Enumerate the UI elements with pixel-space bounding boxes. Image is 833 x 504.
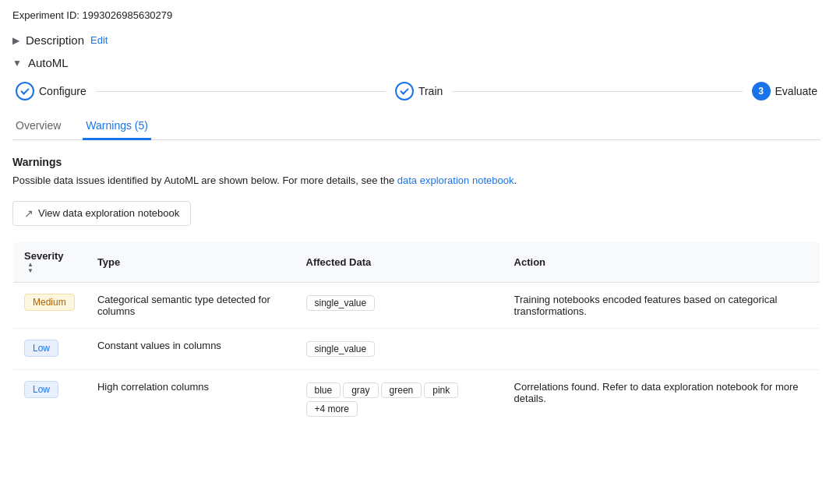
table-header-row: Severity ▲ ▼ Type Affected Data Action: [13, 241, 821, 283]
tabs-bar: Overview Warnings (5): [12, 113, 821, 140]
data-tag: pink: [424, 382, 458, 398]
step-configure: Configure: [16, 82, 86, 100]
type-cell: High correlation columns: [86, 370, 295, 430]
experiment-id-row: Experiment ID: 1993026985630279: [12, 9, 821, 21]
external-link-icon: ↗: [24, 207, 34, 220]
automl-section-header[interactable]: ▼ AutoML: [12, 56, 821, 69]
severity-cell: Medium: [13, 283, 86, 329]
severity-cell: Low: [13, 370, 86, 430]
action-cell: Correlations found. Refer to data explor…: [503, 370, 821, 430]
severity-badge: Low: [24, 381, 58, 398]
action-cell: Training notebooks encoded features base…: [503, 283, 821, 329]
stepper: Configure Train 3 Evaluate: [12, 82, 821, 100]
automl-title: AutoML: [28, 56, 69, 69]
data-tag: blue: [306, 382, 341, 398]
description-edit-link[interactable]: Edit: [90, 34, 108, 46]
experiment-id-label: Experiment ID:: [12, 9, 79, 21]
severity-badge: Low: [24, 340, 58, 357]
affected-data-cell: bluegraygreenpink+4 more: [295, 370, 503, 430]
step-line-1: [96, 91, 386, 92]
affected-data-cell: single_value: [295, 329, 503, 370]
warnings-title: Warnings: [12, 156, 821, 168]
evaluate-label: Evaluate: [775, 85, 817, 97]
step-evaluate: 3 Evaluate: [752, 82, 817, 100]
data-tag: green: [381, 382, 422, 398]
evaluate-circle: 3: [752, 82, 771, 100]
description-arrow: ▶: [12, 35, 19, 46]
evaluate-number: 3: [758, 86, 764, 97]
train-check-icon: [400, 86, 408, 94]
train-label: Train: [418, 85, 443, 97]
warnings-table: Severity ▲ ▼ Type Affected Data Action M…: [12, 241, 821, 431]
view-notebook-button[interactable]: ↗ View data exploration notebook: [12, 201, 191, 226]
experiment-id-value: 1993026985630279: [83, 9, 173, 21]
type-cell: Categorical semantic type detected for c…: [86, 283, 295, 329]
col-type: Type: [86, 241, 295, 283]
col-action: Action: [503, 241, 821, 283]
affected-data-cell: single_value: [295, 283, 503, 329]
warnings-desc-start: Possible data issues identified by AutoM…: [12, 174, 397, 186]
action-cell: [503, 329, 821, 370]
view-notebook-label: View data exploration notebook: [38, 207, 179, 219]
automl-section: ▼ AutoML Configure Train 3 Evaluate: [12, 56, 821, 430]
table-row: MediumCategorical semantic type detected…: [13, 283, 821, 329]
col-affected-data: Affected Data: [295, 241, 503, 283]
data-tag: gray: [343, 382, 378, 398]
type-cell: Constant values in columns: [86, 329, 295, 370]
data-tag: single_value: [306, 295, 376, 311]
table-row: LowHigh correlation columnsbluegraygreen…: [13, 370, 821, 430]
step-line-2: [452, 91, 742, 92]
warnings-content: Warnings Possible data issues identified…: [12, 156, 821, 430]
description-section-header[interactable]: ▶ Description Edit: [12, 33, 821, 47]
tab-overview[interactable]: Overview: [12, 113, 64, 140]
table-row: LowConstant values in columnssingle_valu…: [13, 329, 821, 370]
warnings-description: Possible data issues identified by AutoM…: [12, 173, 821, 189]
col-severity: Severity ▲ ▼: [13, 241, 86, 283]
data-exploration-notebook-link[interactable]: data exploration notebook: [397, 174, 514, 186]
severity-badge: Medium: [24, 294, 75, 311]
description-title: Description: [26, 33, 84, 47]
configure-label: Configure: [39, 85, 86, 97]
data-tag: single_value: [306, 341, 376, 357]
train-circle: [395, 82, 414, 100]
warnings-desc-end: .: [514, 174, 517, 186]
severity-sort-icon[interactable]: ▲ ▼: [27, 262, 34, 274]
data-tag: +4 more: [306, 401, 358, 417]
configure-check-icon: [20, 86, 29, 94]
automl-arrow: ▼: [12, 58, 22, 69]
severity-cell: Low: [13, 329, 86, 370]
configure-circle: [16, 82, 34, 100]
tab-warnings[interactable]: Warnings (5): [83, 113, 151, 140]
step-train: Train: [395, 82, 443, 100]
